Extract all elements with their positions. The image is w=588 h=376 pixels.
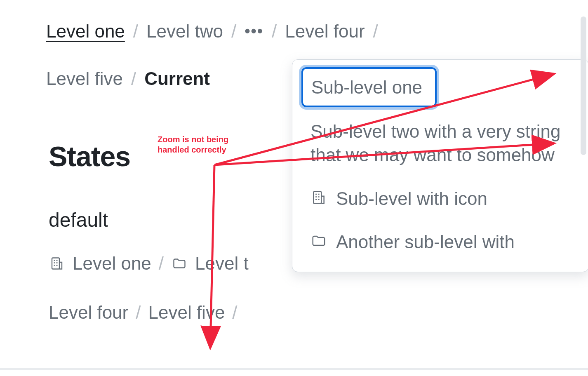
dropdown-item-label: Sub-level two with a very string that we… <box>310 120 571 167</box>
breadcrumb-link-level-one[interactable]: Level one <box>46 20 125 42</box>
dropdown-item-another-sub-level[interactable]: Another sub-level with <box>301 223 580 261</box>
breadcrumb-link-level-five[interactable]: Level five <box>46 67 123 90</box>
breadcrumb-label: Level t <box>195 251 249 275</box>
breadcrumb-link-level-two[interactable]: Level two <box>146 20 223 42</box>
breadcrumb-overflow-ellipsis[interactable]: ••• <box>245 21 263 41</box>
breadcrumb-link-level-one[interactable]: Level one <box>49 251 151 275</box>
breadcrumb-separator: / <box>131 67 136 90</box>
breadcrumb-link-level-two[interactable]: Level t <box>171 251 249 275</box>
breadcrumb-link-level-five[interactable]: Level five <box>148 301 225 324</box>
dropdown-item-label: Sub-level with icon <box>336 187 571 210</box>
scrollbar-vertical[interactable] <box>581 16 586 155</box>
annotation-note: Zoom is not being handled correctly <box>158 134 228 155</box>
dropdown-item-sub-level-with-icon[interactable]: Sub-level with icon <box>301 179 580 218</box>
viewport-bottom-edge <box>0 368 588 370</box>
dropdown-item-label: Another sub-level with <box>336 230 571 254</box>
building-icon <box>49 255 65 272</box>
svg-rect-0 <box>52 258 59 269</box>
building-icon <box>310 189 327 206</box>
breadcrumb-separator: / <box>232 301 237 324</box>
breadcrumb-link-level-four[interactable]: Level four <box>49 301 128 324</box>
breadcrumb-separator: / <box>231 20 236 42</box>
dropdown-item-sub-level-two[interactable]: Sub-level two with a very string that we… <box>301 112 580 174</box>
section-heading-states: States <box>49 140 130 172</box>
breadcrumb-separator: / <box>272 20 277 42</box>
variant-label-default: default <box>49 209 108 231</box>
breadcrumb-separator: / <box>159 251 164 275</box>
breadcrumb-current: Current <box>144 67 210 90</box>
breadcrumb-label: Level one <box>73 251 151 275</box>
folder-icon <box>171 255 188 272</box>
breadcrumb-separator: / <box>373 20 378 42</box>
breadcrumb-states-default: Level one / Level t Level four / Level f… <box>49 251 304 324</box>
breadcrumb-separator: / <box>136 301 141 324</box>
breadcrumb-overflow-dropdown: Sub-level one Sub-level two with a very … <box>292 59 588 272</box>
breadcrumb-separator: / <box>133 20 138 42</box>
dropdown-item-sub-level-one[interactable]: Sub-level one <box>301 67 437 107</box>
dropdown-item-label: Sub-level one <box>311 75 427 99</box>
folder-icon <box>310 233 327 249</box>
svg-rect-1 <box>313 191 321 203</box>
breadcrumb-link-level-four[interactable]: Level four <box>285 20 365 42</box>
